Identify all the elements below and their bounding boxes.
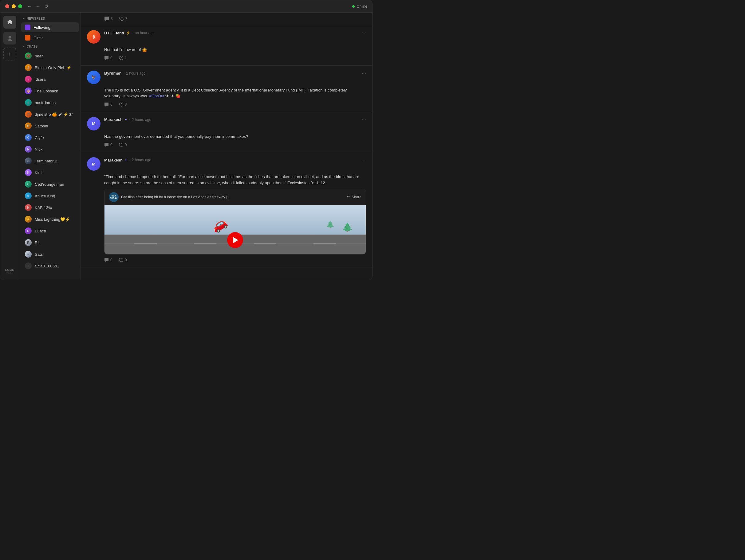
idsera-label: idsera bbox=[35, 77, 45, 82]
btc-fiend-avatar: ₿ bbox=[87, 30, 100, 44]
sidebar-item-sats[interactable]: ≡ Sats bbox=[21, 249, 79, 260]
marakesh-2-author-row: Marakesh ✦ · 2 hours ago ··· bbox=[104, 157, 366, 163]
home-icon-btn[interactable] bbox=[3, 16, 16, 29]
marakesh-2-comment-btn[interactable]: 0 bbox=[104, 257, 112, 262]
sidebar-item-rl[interactable]: R RL bbox=[21, 237, 79, 248]
miss-avatar: ⚡ bbox=[25, 216, 32, 222]
sidebar-item-nick[interactable]: N Nick bbox=[21, 144, 79, 155]
marakesh-1-author: Marakesh bbox=[104, 117, 123, 122]
chats-label: CHATS bbox=[27, 45, 38, 48]
kirill-avatar: K bbox=[25, 169, 32, 176]
rl-label: RL bbox=[35, 240, 40, 245]
user-avatar-btn[interactable] bbox=[3, 32, 16, 44]
sidebar-item-djacti[interactable]: D DJacti bbox=[21, 225, 79, 236]
btc-fiend-author-row: BTC Fiend ⚡ · an hour ago ··· bbox=[104, 30, 366, 36]
sidebar-item-miss[interactable]: ⚡ Miss Lightning💛⚡ bbox=[21, 214, 79, 225]
btc-fiend-comment-count: 0 bbox=[110, 56, 112, 60]
iceking-label: An Ice King bbox=[35, 194, 55, 198]
online-dot bbox=[352, 5, 355, 8]
online-label: Online bbox=[357, 4, 367, 9]
thumbnail-sky bbox=[104, 205, 366, 235]
sidebar-item-f15a0[interactable]: ? f15a0...006b1 bbox=[21, 260, 79, 271]
newsfeed-label: NEWSFEED bbox=[27, 17, 45, 20]
play-button[interactable] bbox=[227, 232, 243, 248]
sidebar-item-following[interactable]: Following bbox=[21, 23, 79, 32]
following-label: Following bbox=[33, 25, 51, 30]
marakesh-2-author: Marakesh bbox=[104, 158, 123, 163]
sidebar-item-iceking[interactable]: ❄ An Ice King bbox=[21, 190, 79, 201]
marakesh-1-comment-btn[interactable]: 0 bbox=[104, 142, 112, 147]
marakesh-2-body: "Time and chance happeneth to them all. … bbox=[104, 174, 366, 186]
sidebar-item-terminator[interactable]: ⚙ Terminator B bbox=[21, 155, 79, 166]
media-thumbnail[interactable]: 🚗 🌲 🌲 bbox=[104, 205, 366, 254]
ced-label: CedYoungelman bbox=[35, 182, 64, 187]
satoshi-avatar: S bbox=[25, 123, 32, 129]
sidebar-item-kirill[interactable]: K Kirill bbox=[21, 167, 79, 178]
btc-fiend-options[interactable]: ··· bbox=[362, 30, 366, 36]
marakesh-1-like-btn[interactable]: 0 bbox=[119, 142, 127, 147]
logo-text: LUME bbox=[5, 268, 14, 271]
sidebar-item-cossack[interactable]: 🔱 The Cossack bbox=[21, 85, 79, 96]
miss-label: Miss Lightning💛⚡ bbox=[35, 217, 70, 222]
comment-action-top[interactable]: 3 bbox=[104, 16, 113, 21]
chats-section-header[interactable]: ▾ CHATS bbox=[19, 43, 80, 50]
byrdman-like-btn[interactable]: 8 bbox=[119, 102, 127, 107]
djmeistro-avatar: 🎵 bbox=[25, 111, 32, 117]
refresh-button[interactable]: ↺ bbox=[44, 3, 48, 9]
forward-button[interactable]: → bbox=[36, 4, 40, 9]
btc-fiend-comment-btn[interactable]: 0 bbox=[104, 56, 112, 61]
chats-chevron: ▾ bbox=[23, 45, 25, 48]
marakesh-2-options[interactable]: ··· bbox=[362, 157, 366, 163]
sidebar-item-circle[interactable]: Circle bbox=[21, 33, 79, 43]
tree-2: 🌲 bbox=[326, 221, 334, 229]
comment-icon bbox=[104, 56, 109, 61]
sats-avatar: ≡ bbox=[25, 251, 32, 257]
sidebar-item-djmeistro[interactable]: 🎵 djmeistro 🍊 🌶 ⚡ 🕊 bbox=[21, 109, 79, 120]
sidebar-item-clyfe[interactable]: C Clyfe bbox=[21, 132, 79, 143]
maximize-button[interactable] bbox=[18, 4, 22, 8]
circle-icon bbox=[25, 35, 30, 40]
heart-icon bbox=[119, 56, 123, 61]
cossack-avatar: 🔱 bbox=[25, 88, 32, 94]
marakesh-1-avatar: M bbox=[87, 117, 100, 131]
bear-avatar: 🐻 bbox=[25, 53, 32, 59]
sidebar-item-bear[interactable]: 🐻 bear bbox=[21, 50, 79, 61]
newsfeed-section-header[interactable]: ▾ NEWSFEED bbox=[19, 15, 80, 22]
share-icon bbox=[346, 195, 350, 199]
sidebar-item-ced[interactable]: C CedYoungelman bbox=[21, 179, 79, 190]
marakesh-2-time: 2 hours ago bbox=[132, 158, 151, 162]
sidebar-item-kab[interactable]: K KAB 13% bbox=[21, 202, 79, 213]
byrdman-like-count: 8 bbox=[125, 102, 127, 107]
marakesh-post-2: M Marakesh ✦ · 2 hours ago ··· "Time and… bbox=[81, 152, 372, 268]
idsera-avatar: i bbox=[25, 76, 32, 82]
heart-icon-m1 bbox=[119, 142, 123, 147]
sidebar-item-bitcoin-pleb[interactable]: ₿ Bitcoin-Only Pleb ⚡ bbox=[21, 62, 79, 73]
btc-fiend-like-btn[interactable]: 1 bbox=[119, 56, 127, 61]
add-workspace-button[interactable]: + bbox=[3, 47, 16, 61]
marakesh-2-like-btn[interactable]: 0 bbox=[119, 257, 127, 262]
heart-icon-top bbox=[119, 16, 124, 21]
btc-fiend-post: ₿ BTC Fiend ⚡ · an hour ago ··· Not that… bbox=[81, 25, 372, 66]
sidebar-item-satoshi[interactable]: S Satoshi bbox=[21, 120, 79, 131]
like-action-top[interactable]: 7 bbox=[119, 16, 128, 21]
minimize-button[interactable] bbox=[12, 4, 16, 8]
share-button[interactable]: Share bbox=[346, 195, 361, 199]
byrdman-comment-btn[interactable]: 6 bbox=[104, 102, 112, 107]
comment-icon-m2 bbox=[104, 257, 109, 262]
back-button[interactable]: ← bbox=[27, 4, 32, 9]
btc-fiend-badge: ⚡ bbox=[126, 31, 130, 35]
nostrdamus-label: nostrdamus bbox=[35, 100, 56, 105]
close-button[interactable] bbox=[5, 4, 9, 8]
marakesh-2-like-count: 0 bbox=[125, 258, 127, 262]
djmeistro-label: djmeistro 🍊 🌶 ⚡ 🕊 bbox=[35, 112, 73, 117]
rl-avatar: R bbox=[25, 239, 32, 246]
djacti-avatar: D bbox=[25, 228, 32, 234]
sidebar-item-idsera[interactable]: i idsera bbox=[21, 74, 79, 85]
btc-fiend-dot: · bbox=[132, 31, 133, 35]
app-body: + LUME v0.2.0 ▾ NEWSFEED Following Circl… bbox=[0, 12, 372, 280]
marakesh-1-options[interactable]: ··· bbox=[362, 117, 366, 123]
marakesh-1-actions: 0 0 bbox=[104, 142, 366, 147]
byrdman-dot: · bbox=[123, 72, 124, 75]
sidebar-item-nostrdamus[interactable]: n nostrdamus bbox=[21, 97, 79, 108]
byrdman-options[interactable]: ··· bbox=[362, 71, 366, 76]
